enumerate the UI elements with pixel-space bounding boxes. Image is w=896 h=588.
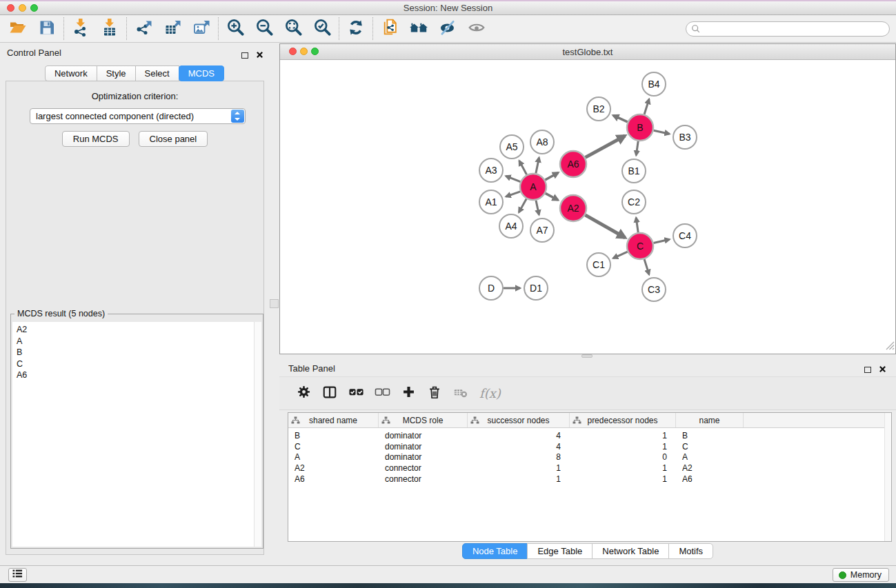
graph-node-C1[interactable]: C1 xyxy=(587,253,610,276)
import-table-button[interactable] xyxy=(95,17,124,41)
graph-node-B2[interactable]: B2 xyxy=(587,97,610,121)
cell-successor-nodes[interactable]: 4 xyxy=(468,431,570,440)
cell-mcds-role[interactable]: dominator xyxy=(379,431,468,440)
graph-node-B1[interactable]: B1 xyxy=(622,159,646,183)
refresh-button[interactable] xyxy=(341,17,370,41)
cell-predecessor-nodes[interactable]: 0 xyxy=(570,452,676,462)
column-header-name[interactable]: name xyxy=(676,413,744,427)
float-panel-icon[interactable] xyxy=(241,52,248,59)
cell-successor-nodes[interactable]: 4 xyxy=(468,442,570,452)
edge-A-A4[interactable] xyxy=(519,199,526,212)
graph-node-A2[interactable]: A2 xyxy=(560,195,586,221)
table-row[interactable]: Bdominator41B xyxy=(288,430,891,441)
mcds-result-item[interactable]: B xyxy=(12,347,261,358)
table-row[interactable]: A6connector11A6 xyxy=(288,474,891,485)
split-view-button[interactable] xyxy=(317,380,343,407)
cell-name[interactable]: C xyxy=(676,442,744,452)
tab-mcds[interactable]: MCDS xyxy=(179,65,224,81)
cell-predecessor-nodes[interactable]: 1 xyxy=(570,431,676,440)
splitter-handle[interactable] xyxy=(270,299,279,308)
graph-node-A3[interactable]: A3 xyxy=(479,159,503,182)
table-row[interactable]: Adominator80A xyxy=(288,452,891,463)
edge-A-A3[interactable] xyxy=(506,176,520,181)
cell-shared-name[interactable]: A2 xyxy=(288,463,379,473)
mcds-result-item[interactable]: C xyxy=(12,358,261,370)
cell-shared-name[interactable]: C xyxy=(288,442,379,452)
edge-A-A6[interactable] xyxy=(545,172,558,180)
delete-column-button[interactable] xyxy=(421,380,448,407)
mcds-result-item[interactable]: A2 xyxy=(12,324,261,336)
graph-node-C[interactable]: C xyxy=(627,233,653,259)
task-history-button[interactable] xyxy=(8,568,27,582)
edge-A6-B[interactable] xyxy=(586,136,626,157)
function-builder-button[interactable]: f(x) xyxy=(479,386,501,401)
edge-A2-C[interactable] xyxy=(585,215,625,238)
close-panel-button[interactable]: Close panel xyxy=(139,131,208,147)
criterion-dropdown[interactable]: largest connected component (directed) xyxy=(30,108,246,124)
graph-node-B3[interactable]: B3 xyxy=(673,125,697,149)
tab-select[interactable]: Select xyxy=(135,65,179,81)
cell-mcds-role[interactable]: connector xyxy=(379,463,468,473)
tab-network[interactable]: Network xyxy=(45,65,97,81)
cell-name[interactable]: B xyxy=(676,431,744,440)
close-panel-icon[interactable] xyxy=(879,363,886,376)
tab-style[interactable]: Style xyxy=(97,65,136,81)
edge-B-B2[interactable] xyxy=(613,115,628,121)
tab-node-table[interactable]: Node Table xyxy=(462,543,528,559)
cell-successor-nodes[interactable]: 1 xyxy=(468,474,570,484)
import-network-button[interactable] xyxy=(66,17,95,41)
cell-predecessor-nodes[interactable]: 1 xyxy=(570,442,676,452)
create-column-button[interactable] xyxy=(395,380,421,407)
edge-C-C3[interactable] xyxy=(644,259,649,274)
edge-A-A2[interactable] xyxy=(546,193,558,200)
edge-C-C4[interactable] xyxy=(654,239,670,243)
minimize-network-button[interactable] xyxy=(300,48,308,55)
column-header-predecessor-nodes[interactable]: predecessor nodes xyxy=(570,413,676,427)
select-all-columns-button[interactable] xyxy=(343,380,369,407)
home-button[interactable] xyxy=(404,17,433,41)
edge-C-C2[interactable] xyxy=(636,218,638,232)
memory-button[interactable]: Memory xyxy=(833,568,889,582)
graph-node-C4[interactable]: C4 xyxy=(673,224,697,247)
cell-name[interactable]: A xyxy=(676,452,744,462)
edge-A-A7[interactable] xyxy=(536,201,539,215)
tab-motifs[interactable]: Motifs xyxy=(668,543,713,559)
search-input[interactable] xyxy=(686,21,890,37)
graph-node-D1[interactable]: D1 xyxy=(524,276,548,300)
graph-node-D[interactable]: D xyxy=(479,276,503,300)
splitter-handle[interactable] xyxy=(581,354,593,358)
cell-name[interactable]: A6 xyxy=(676,474,744,484)
graph-node-A6[interactable]: A6 xyxy=(560,151,586,177)
mcds-result-item[interactable]: A xyxy=(12,336,261,347)
cell-successor-nodes[interactable]: 8 xyxy=(468,452,570,462)
tab-edge-table[interactable]: Edge Table xyxy=(527,543,593,559)
clone-network-button[interactable] xyxy=(375,17,404,41)
export-image-button[interactable] xyxy=(187,17,216,41)
graph-node-B4[interactable]: B4 xyxy=(642,72,666,96)
result-list-scrollbar[interactable] xyxy=(254,322,261,547)
save-session-button[interactable] xyxy=(32,17,61,41)
cell-name[interactable]: A2 xyxy=(676,463,744,473)
resize-grip-icon[interactable] xyxy=(886,341,895,353)
zoom-out-button[interactable] xyxy=(250,17,279,41)
table-scrollbar[interactable] xyxy=(884,413,891,541)
edge-A-A1[interactable] xyxy=(506,192,521,196)
graph-node-A7[interactable]: A7 xyxy=(530,219,554,242)
cell-mcds-role[interactable]: connector xyxy=(379,474,468,484)
show-panels-button[interactable] xyxy=(462,17,491,41)
deselect-all-columns-button[interactable] xyxy=(369,380,395,407)
graph-node-A8[interactable]: A8 xyxy=(530,130,554,154)
zoom-selected-button[interactable] xyxy=(308,17,337,41)
zoom-fit-button[interactable] xyxy=(279,17,308,41)
hide-panels-button[interactable] xyxy=(433,17,462,41)
cell-successor-nodes[interactable]: 1 xyxy=(468,463,570,473)
export-network-button[interactable] xyxy=(129,17,158,41)
cell-mcds-role[interactable]: dominator xyxy=(379,442,468,452)
mcds-result-list[interactable]: A2ABCA6 xyxy=(12,322,261,547)
graph-node-C2[interactable]: C2 xyxy=(622,190,646,214)
graph-node-C3[interactable]: C3 xyxy=(642,278,666,301)
graph-node-A1[interactable]: A1 xyxy=(479,190,503,214)
float-panel-icon[interactable] xyxy=(864,367,871,373)
zoom-network-button[interactable] xyxy=(311,48,319,55)
export-table-button[interactable] xyxy=(158,17,187,41)
